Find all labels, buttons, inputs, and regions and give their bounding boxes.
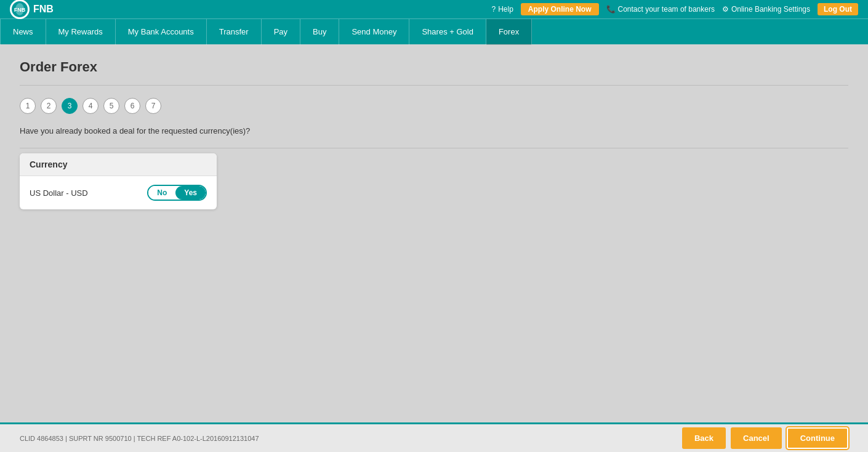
nav-news[interactable]: News <box>0 19 46 45</box>
svg-text:FNB: FNB <box>14 7 26 13</box>
step-3[interactable]: 3 <box>62 98 78 114</box>
logo-circle: FNB <box>10 0 30 19</box>
step-4[interactable]: 4 <box>82 98 98 114</box>
nav-bank-accounts[interactable]: My Bank Accounts <box>116 19 207 45</box>
page-title: Order Forex <box>20 59 848 75</box>
settings-link[interactable]: ⚙ Online Banking Settings <box>722 5 810 14</box>
currency-card: Currency US Dollar - USD No Yes <box>20 153 217 209</box>
currency-name: US Dollar - USD <box>30 188 88 198</box>
nav-shares-gold[interactable]: Shares + Gold <box>409 19 486 45</box>
footer-ref: CLID 4864853 | SUPRT NR 9500710 | TECH R… <box>20 435 259 442</box>
step-5[interactable]: 5 <box>103 98 119 114</box>
nav-bar: News My Rewards My Bank Accounts Transfe… <box>0 18 868 44</box>
help-link[interactable]: ? Help <box>491 5 513 14</box>
currency-card-body: US Dollar - USD No Yes <box>20 176 217 209</box>
nav-transfer[interactable]: Transfer <box>207 19 262 45</box>
apply-button[interactable]: Apply Online Now <box>521 3 599 15</box>
nav-forex[interactable]: Forex <box>486 19 532 45</box>
main-content: Order Forex 1 2 3 4 5 6 7 Have you alrea… <box>0 44 868 422</box>
top-bar: FNB FNB ? Help Apply Online Now 📞 Contac… <box>0 0 868 18</box>
phone-icon: 📞 <box>606 5 616 14</box>
logo-text: FNB <box>33 4 54 15</box>
step-6[interactable]: 6 <box>124 98 140 114</box>
top-bar-right: ? Help Apply Online Now 📞 Contact your t… <box>491 3 858 15</box>
gear-icon: ⚙ <box>722 5 729 14</box>
nav-buy[interactable]: Buy <box>300 19 339 45</box>
content-wide-divider <box>20 148 848 148</box>
nav-rewards[interactable]: My Rewards <box>46 19 116 45</box>
nav-send-money[interactable]: Send Money <box>339 19 409 45</box>
step-indicators: 1 2 3 4 5 6 7 <box>20 98 848 114</box>
step-2[interactable]: 2 <box>41 98 57 114</box>
question-icon: ? <box>491 5 496 14</box>
step-1[interactable]: 1 <box>20 98 36 114</box>
question-text: Have you already booked a deal for the r… <box>20 126 848 135</box>
cancel-button[interactable]: Cancel <box>731 427 782 449</box>
toggle-no[interactable]: No <box>148 186 175 200</box>
nav-pay[interactable]: Pay <box>262 19 300 45</box>
logout-button[interactable]: Log Out <box>818 3 858 15</box>
continue-button[interactable]: Continue <box>787 427 848 449</box>
back-button[interactable]: Back <box>682 427 726 449</box>
currency-card-header: Currency <box>20 153 217 176</box>
contact-link[interactable]: 📞 Contact your team of bankers <box>606 5 715 14</box>
logo-container: FNB FNB <box>10 0 54 19</box>
toggle-yes[interactable]: Yes <box>175 186 206 200</box>
footer: CLID 4864853 | SUPRT NR 9500710 | TECH R… <box>0 422 868 452</box>
footer-buttons: Back Cancel Continue <box>682 427 848 449</box>
yes-no-toggle[interactable]: No Yes <box>147 185 207 201</box>
title-divider <box>20 85 848 86</box>
step-7[interactable]: 7 <box>145 98 161 114</box>
